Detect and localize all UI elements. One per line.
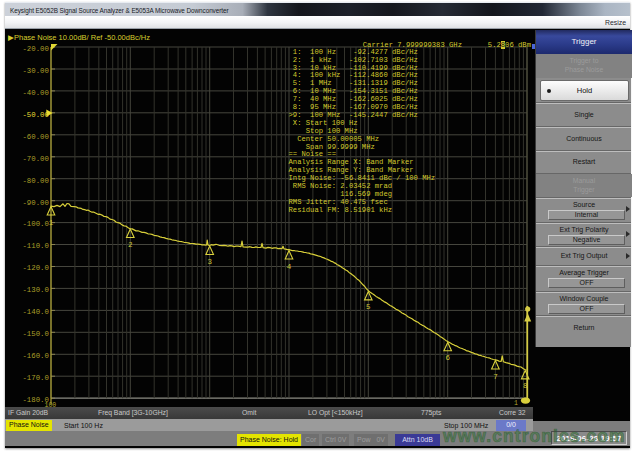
svg-text:1: 1 — [49, 219, 54, 227]
svg-text:3: 3 — [207, 258, 212, 266]
svg-text:4: 4 — [287, 263, 292, 271]
svg-text:5: 5 — [366, 303, 371, 311]
svg-text:6: 6 — [445, 354, 450, 362]
svg-text:1: 1 — [514, 400, 518, 407]
svg-text:7: 7 — [493, 373, 498, 381]
svg-text:2: 2 — [128, 241, 133, 249]
